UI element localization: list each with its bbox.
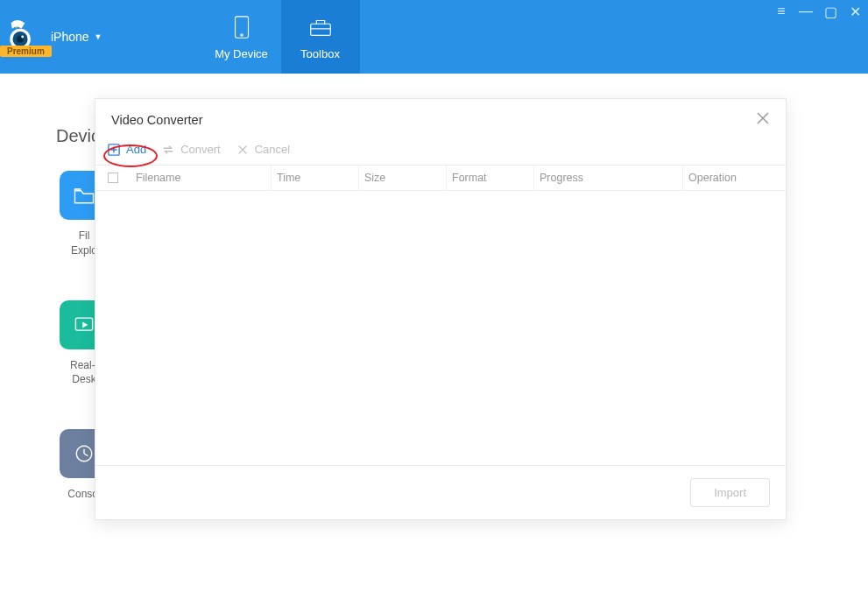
- play-icon: [72, 313, 96, 337]
- tablet-icon: [229, 14, 255, 40]
- window-close-icon[interactable]: ✕: [847, 4, 863, 20]
- svg-rect-4: [235, 16, 248, 37]
- svg-rect-6: [310, 24, 330, 35]
- col-filename[interactable]: Filename: [131, 166, 271, 190]
- col-format[interactable]: Format: [446, 166, 533, 190]
- window-controls: ≡ — ▢ ✕: [768, 0, 868, 24]
- select-all-checkbox[interactable]: [108, 173, 118, 183]
- menu-icon[interactable]: ≡: [773, 4, 789, 20]
- x-icon: [236, 144, 249, 156]
- chevron-down-icon: ▼: [95, 32, 102, 41]
- app-header: iPhone ▼ Premium My Device Toolbox ≡ — ▢…: [0, 0, 868, 74]
- col-size[interactable]: Size: [358, 166, 446, 190]
- tab-my-device[interactable]: My Device: [202, 0, 281, 74]
- folder-icon: [72, 183, 96, 208]
- dialog-footer: Import: [95, 465, 786, 519]
- dialog-title: Video Converter: [111, 113, 203, 127]
- add-button[interactable]: Add: [108, 143, 146, 156]
- close-icon: [756, 111, 770, 125]
- nav-tabs: My Device Toolbox: [202, 0, 360, 74]
- convert-button[interactable]: Convert: [162, 143, 221, 156]
- col-progress[interactable]: Progress: [533, 166, 682, 190]
- minimize-icon[interactable]: —: [798, 4, 814, 20]
- console-icon: [72, 441, 96, 466]
- tab-label: Toolbox: [300, 47, 340, 60]
- add-label: Add: [126, 143, 146, 156]
- close-button[interactable]: [756, 111, 770, 129]
- svg-point-5: [240, 33, 242, 35]
- import-button[interactable]: Import: [690, 478, 770, 507]
- action-bar: Add Convert Cancel: [95, 129, 786, 165]
- device-label: iPhone: [51, 30, 89, 44]
- table-body: [95, 191, 786, 465]
- maximize-icon[interactable]: ▢: [822, 4, 838, 20]
- premium-badge: Premium: [0, 46, 52, 57]
- table-header: Filename Time Size Format Progress Opera…: [95, 165, 786, 191]
- col-time[interactable]: Time: [271, 166, 358, 190]
- tile-label: FilExplo: [71, 229, 97, 258]
- convert-icon: [162, 144, 174, 156]
- col-operation[interactable]: Operation: [682, 166, 786, 190]
- device-selector[interactable]: iPhone ▼: [51, 30, 102, 44]
- cancel-label: Cancel: [255, 143, 290, 156]
- logo-block: iPhone ▼ Premium: [0, 0, 115, 74]
- dialog-header: Video Converter: [95, 99, 786, 129]
- video-converter-dialog: Video Converter Add Convert Cancel Filen…: [95, 98, 787, 520]
- convert-label: Convert: [180, 143, 221, 156]
- cancel-button[interactable]: Cancel: [236, 143, 290, 156]
- tab-toolbox[interactable]: Toolbox: [281, 0, 360, 74]
- svg-point-3: [21, 36, 24, 39]
- plus-square-icon: [108, 144, 120, 156]
- toolbox-icon: [307, 14, 334, 40]
- tab-label: My Device: [215, 47, 268, 60]
